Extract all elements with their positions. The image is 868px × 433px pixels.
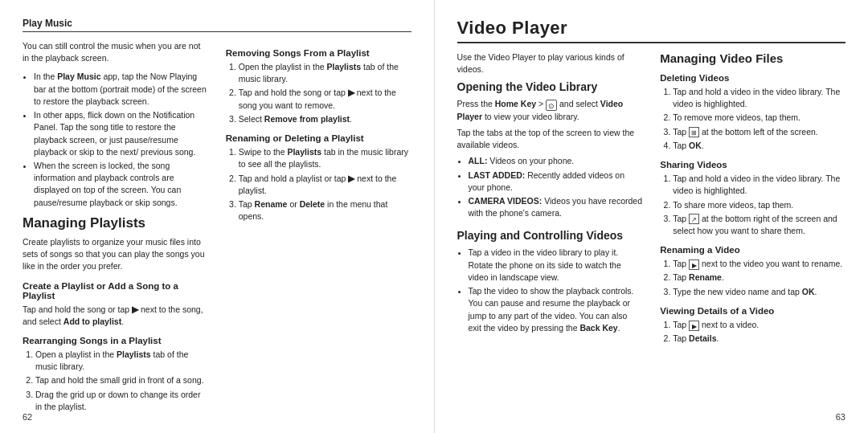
sharing-step-2: To share more videos, tap them. — [673, 199, 845, 211]
opening-library-title: Opening the Video Library — [457, 80, 643, 93]
removing-title: Removing Songs From a Playlist — [226, 48, 411, 58]
deleting-step-2: To remove more videos, tap them. — [673, 112, 845, 124]
playing-bullet-2: Tap the video to show the playback contr… — [469, 285, 643, 334]
all-bullet: ALL: Videos on your phone. — [469, 155, 643, 167]
sharing-step-3: Tap ↗ at the bottom right of the screen … — [673, 213, 845, 237]
playing-controlling-title: Playing and Controlling Videos — [457, 229, 643, 242]
deleting-step-4: Tap OK. — [673, 140, 845, 152]
camera-videos-bullet: CAMERA VIDEOS: Videos you have recorded … — [469, 195, 643, 219]
video-intro: Use the Video Player to play various kin… — [457, 51, 643, 76]
sharing-step-1: Tap and hold a video in the video librar… — [673, 173, 845, 197]
sharing-steps: Tap and hold a video in the video librar… — [673, 173, 845, 237]
video-left-col: Use the Video Player to play various kin… — [457, 51, 643, 349]
deleting-step-1: Tap and hold a video in the video librar… — [673, 86, 845, 110]
viewing-details-step-2: Tap Details. — [673, 333, 845, 345]
renaming-deleting-step-2: Tap and hold a playlist or tap ▶ next to… — [239, 173, 411, 197]
managing-playlists-intro: Create playlists to organize your music … — [23, 236, 208, 273]
left-page: Play Music You can still control the mus… — [0, 0, 435, 433]
right-page-number: 63 — [836, 412, 845, 422]
renaming-deleting-title: Renaming or Deleting a Playlist — [226, 133, 411, 143]
renaming-video-title: Renaming a Video — [660, 245, 845, 255]
sharing-videos-title: Sharing Videos — [660, 160, 845, 170]
viewing-details-title: Viewing Details of a Video — [660, 306, 845, 316]
rearranging-step-3: Drag the grid up or down to change its o… — [35, 389, 208, 413]
right-col-main: Removing Songs From a Playlist Open the … — [226, 40, 411, 417]
video-bullets: ALL: Videos on your phone. LAST ADDED: R… — [469, 155, 643, 219]
managing-video-title: Managing Video Files — [660, 51, 845, 65]
playing-bullets: Tap a video in the video library to play… — [469, 247, 643, 334]
deleting-videos-title: Deleting Videos — [660, 73, 845, 83]
viewing-details-steps: Tap ▶ next to a video. Tap Details. — [673, 319, 845, 345]
playing-bullet-1: Tap a video in the video library to play… — [469, 247, 643, 284]
renaming-deleting-step-3: Tap Rename or Delete in the menu that op… — [239, 198, 411, 223]
removing-steps: Open the playlist in the Playlists tab o… — [239, 61, 411, 125]
deleting-steps: Tap and hold a video in the video librar… — [673, 86, 845, 152]
bullet-1: In the Play Music app, tap the Now Playi… — [34, 71, 208, 108]
renaming-video-step-1: Tap ▶ next to the video you want to rena… — [673, 258, 845, 270]
bullet-2: In other apps, flick down on the Notific… — [34, 109, 208, 158]
renaming-video-step-3: Type the new video name and tap OK. — [673, 286, 845, 298]
create-playlist-title: Create a Playlist or Add a Song to a Pla… — [23, 281, 208, 300]
removing-step-2: Tap and hold the song or tap ▶ next to t… — [239, 87, 411, 111]
create-playlist-text: Tap and hold the song or tap ▶ next to t… — [23, 304, 208, 328]
left-bullets: In the Play Music app, tap the Now Playi… — [34, 71, 208, 208]
renaming-video-step-2: Tap Rename. — [673, 272, 845, 284]
rearranging-step-2: Tap and hold the small grid in front of … — [35, 374, 208, 386]
rearranging-title: Rearranging Songs in a Playlist — [23, 336, 208, 345]
right-page: Video Player Use the Video Player to pla… — [435, 0, 869, 433]
managing-playlists-title: Managing Playlists — [23, 215, 208, 231]
left-col-main: You can still control the music when you… — [23, 40, 208, 417]
removing-step-3: Select Remove from playlist. — [239, 113, 411, 125]
bullet-3: When the screen is locked, the song info… — [34, 160, 208, 209]
video-player-title: Video Player — [457, 18, 846, 43]
tabs-intro: Tap the tabs at the top of the screen to… — [457, 127, 643, 151]
rearranging-step-1: Open a playlist in the Playlists tab of … — [35, 349, 208, 373]
deleting-step-3: Tap ⊞ at the bottom left of the screen. — [673, 126, 845, 138]
renaming-deleting-step-1: Swipe to the Playlists tab in the music … — [239, 146, 411, 170]
renaming-deleting-steps: Swipe to the Playlists tab in the music … — [239, 146, 411, 223]
rearranging-steps: Open a playlist in the Playlists tab of … — [35, 349, 208, 413]
viewing-details-step-1: Tap ▶ next to a video. — [673, 319, 845, 331]
video-right-col: Managing Video Files Deleting Videos Tap… — [660, 51, 845, 349]
opening-library-intro: Press the Home Key > ⊙ and select Video … — [457, 98, 643, 122]
last-added-bullet: LAST ADDED: Recently added videos on you… — [469, 170, 643, 194]
left-header-text: Play Music — [23, 18, 72, 29]
left-intro: You can still control the music when you… — [23, 40, 208, 64]
removing-step-1: Open the playlist in the Playlists tab o… — [239, 61, 411, 85]
left-page-header: Play Music — [23, 18, 411, 32]
left-page-number: 62 — [23, 412, 32, 422]
renaming-video-steps: Tap ▶ next to the video you want to rena… — [673, 258, 845, 298]
